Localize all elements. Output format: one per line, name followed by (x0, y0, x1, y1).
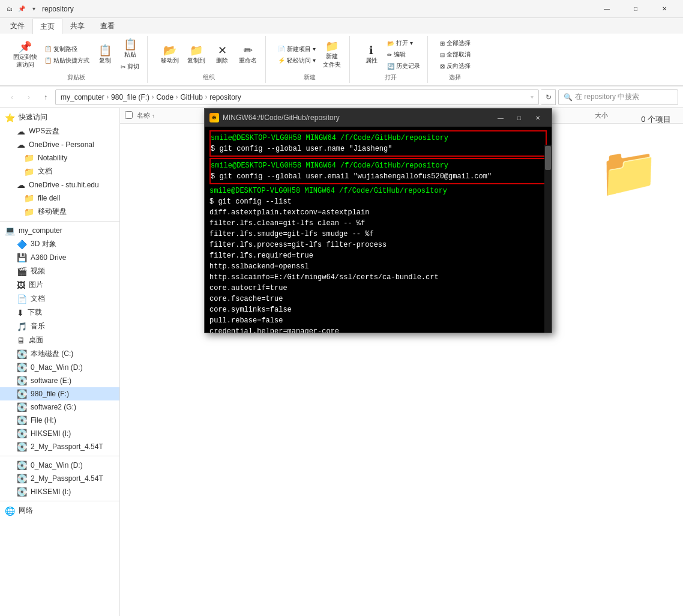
dropdown-icon[interactable]: ▾ (29, 4, 38, 14)
up-button[interactable]: ↑ (38, 90, 53, 104)
cloud-icon-wps: ☁ (17, 127, 25, 136)
delete-button[interactable]: ✕ 删除 (210, 43, 234, 67)
window-title: repository (42, 5, 74, 13)
sidebar-item-drive-h[interactable]: 💽 File (H:) (0, 414, 119, 427)
pin-to-quickaccess-button[interactable]: 📌 固定到快速访问 (10, 40, 41, 70)
maximize-button[interactable]: □ (622, 0, 649, 18)
sidebar-item-drive-i[interactable]: 💽 HIKSEMI (I:) (0, 427, 119, 440)
sidebar-divider2 (0, 456, 119, 456)
paste-button[interactable]: 📋 粘贴 (118, 37, 142, 61)
sidebar-item-downloads[interactable]: ⬇ 下载 (0, 306, 119, 319)
sidebar-item-onedrive-edu[interactable]: ☁ OneDrive - stu.hit.edu (0, 178, 119, 192)
sidebar-item-drive-f[interactable]: 💽 980_file (F:) (0, 387, 119, 400)
history-button[interactable]: 🔄 历史记录 (385, 61, 423, 71)
folder-icon-removable: 📁 (24, 207, 34, 217)
copy-path-button[interactable]: 📋 复制路径 (42, 44, 92, 55)
select-label: 选择 (449, 73, 461, 82)
sidebar-item-drive-c[interactable]: 💽 本地磁盘 (C:) (0, 347, 119, 361)
breadcrumb: my_computer › 980_file (F:) › Code › Git… (61, 93, 241, 101)
move-to-button[interactable]: 📂 移动到 (157, 43, 182, 67)
properties-button[interactable]: ℹ 属性 (360, 43, 384, 67)
crumb-code[interactable]: Code (156, 93, 173, 101)
sidebar-item-onedrive-personal[interactable]: ☁ OneDrive - Personal (0, 138, 119, 151)
sidebar-item-images[interactable]: 🖼 图片 (0, 278, 119, 292)
sidebar-item-docs2[interactable]: 📄 文档 (0, 292, 119, 306)
copy-button[interactable]: 📋 复制 (93, 43, 117, 67)
sidebar-item-video[interactable]: 🎬 视频 (0, 264, 119, 278)
select-all-label: 全部选择 (447, 39, 471, 47)
terminal-line-3: smile@DESKTOP-VLG0H58 MINGW64 /f/Code/Gi… (211, 160, 546, 171)
new-folder-button[interactable]: 📁 新建文件夹 (319, 39, 345, 71)
nav-bar: ‹ › ↑ my_computer › 980_file (F:) › Code… (0, 86, 683, 108)
crumb-github[interactable]: GitHub (180, 93, 202, 101)
tab-share[interactable]: 共享 (62, 18, 92, 34)
sidebar-item-network[interactable]: 🌐 网络 (0, 504, 119, 518)
invert-select-button[interactable]: ⊠ 反向选择 (438, 61, 473, 71)
back-button[interactable]: ‹ (5, 90, 19, 104)
sidebar-item-removabledisk[interactable]: 📁 移动硬盘 (0, 205, 119, 219)
crumb-drive[interactable]: 980_file (F:) (111, 93, 149, 101)
crumb-mycomputer[interactable]: my_computer (61, 93, 104, 101)
sidebar-item-music[interactable]: 🎵 音乐 (0, 319, 119, 333)
sidebar-item-passport1[interactable]: 💽 2_My_Passport_4.54T (0, 440, 119, 453)
sidebar-item-notability[interactable]: 📁 Notability (0, 151, 119, 165)
select-all-button[interactable]: ⊞ 全部选择 (438, 38, 473, 49)
deselect-all-button[interactable]: ⊟ 全部取消 (438, 49, 473, 60)
paste-shortcut-button[interactable]: 📋 粘贴快捷方式 (42, 55, 92, 66)
tab-view[interactable]: 查看 (92, 18, 122, 34)
minimize-button[interactable]: — (593, 0, 621, 18)
new-item-button[interactable]: 📄 新建项目 ▾ (275, 44, 318, 55)
terminal-line-18: credential.helper=manager-core (209, 326, 547, 333)
sidebar-item-3d[interactable]: 🔷 3D 对象 (0, 237, 119, 251)
rename-button[interactable]: ✏ 重命名 (235, 43, 260, 67)
sidebar-item-desktop[interactable]: 🖥 桌面 (0, 333, 119, 347)
terminal-scrollbar-thumb[interactable] (545, 146, 551, 170)
title-bar-icons: 🗂 📌 ▾ (5, 4, 38, 14)
tab-home[interactable]: 主页 (32, 19, 62, 34)
search-bar[interactable]: 🔍 在 repository 中搜索 (558, 89, 678, 105)
edit-button[interactable]: ✏ 编辑 (385, 49, 423, 60)
dropdown-arrow[interactable]: ▾ (531, 94, 534, 100)
sidebar-item-drive-g[interactable]: 💽 software2 (G:) (0, 400, 119, 414)
terminal-body[interactable]: smile@DESKTOP-VLG0H58 MINGW64 /f/Code/Gi… (205, 127, 552, 333)
quick-access-icon[interactable]: 📌 (17, 4, 26, 14)
sidebar-divider3 (0, 501, 119, 501)
sidebar-item-wps[interactable]: ☁ WPS云盘 (0, 124, 119, 138)
crumb-repository[interactable]: repository (209, 93, 241, 101)
history-label: 历史记录 (396, 62, 420, 70)
terminal-scrollbar[interactable] (544, 145, 552, 333)
sidebar-item-drive-e[interactable]: 💽 software (E:) (0, 374, 119, 387)
sidebar-label-video: 视频 (31, 266, 45, 276)
open-button[interactable]: 📂 打开 ▾ (385, 38, 423, 49)
sidebar-item-filedell[interactable]: 📁 file dell (0, 192, 119, 205)
cut-button[interactable]: ✂ 剪切 (118, 61, 142, 72)
clipboard-buttons: 📌 固定到快速访问 📋 复制路径 📋 粘贴快捷方式 📋 (10, 37, 142, 72)
select-buttons: ⊞ 全部选择 ⊟ 全部取消 ⊠ 反向选择 (438, 37, 473, 72)
terminal-close-button[interactable]: ✕ (529, 112, 547, 124)
sidebar-item-passport2[interactable]: 💽 2_My_Passport_4.54T (0, 472, 119, 485)
sidebar-item-drive-d2[interactable]: 💽 0_Mac_Win (D:) (0, 459, 119, 472)
disk-icon-passport1: 💽 (17, 442, 27, 451)
forward-button[interactable]: › (22, 90, 36, 104)
terminal-maximize-button[interactable]: □ (510, 112, 528, 124)
sidebar-label-e: software (E:) (31, 376, 71, 385)
sidebar-item-docs1[interactable]: 📁 文档 (0, 165, 119, 178)
sidebar-item-hiksemi2[interactable]: 💽 HIKSEMI (I:) (0, 485, 119, 498)
tab-file[interactable]: 文件 (2, 18, 32, 34)
copy-to-button[interactable]: 📁 复制到 (184, 43, 209, 67)
terminal-minimize-button[interactable]: — (492, 112, 510, 124)
sidebar-item-a360[interactable]: 💾 A360 Drive (0, 251, 119, 264)
open-label: 打开 ▾ (396, 39, 413, 47)
window-icon: 🗂 (5, 4, 14, 14)
sidebar-label-notability: Notability (38, 154, 67, 162)
refresh-button[interactable]: ↻ (541, 89, 556, 105)
copy-to-label: 复制到 (187, 56, 205, 65)
open-icon: 📂 (387, 40, 394, 47)
sidebar-item-drive-d[interactable]: 💽 0_Mac_Win (D:) (0, 361, 119, 374)
sidebar-item-quickaccess[interactable]: ⭐ 快速访问 (0, 110, 119, 124)
easy-access-button[interactable]: ⚡ 轻松访问 ▾ (275, 55, 318, 66)
sidebar-item-mycomputer[interactable]: 💻 my_computer (0, 224, 119, 237)
close-button[interactable]: ✕ (651, 0, 678, 18)
select-all-checkbox[interactable] (125, 111, 133, 119)
address-bar[interactable]: my_computer › 980_file (F:) › Code › Git… (55, 89, 539, 105)
